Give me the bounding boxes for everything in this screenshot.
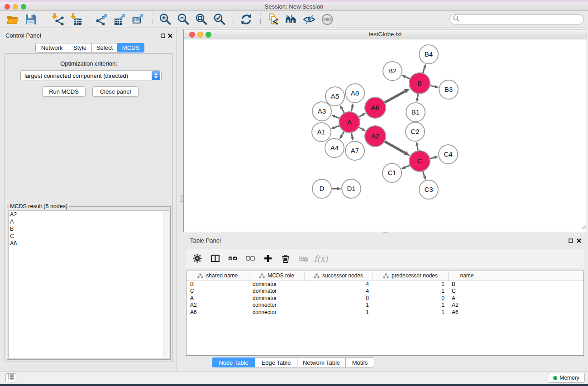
table-cell[interactable]: A6 — [448, 309, 486, 316]
save-icon[interactable] — [23, 12, 39, 27]
edge-C-C2[interactable] — [417, 146, 418, 151]
graph-node-D[interactable]: D — [312, 179, 331, 198]
edge-B-B3[interactable] — [430, 86, 435, 86]
close-panel-icon[interactable] — [167, 33, 173, 38]
table-cell[interactable]: 4 — [304, 288, 373, 295]
table-cell[interactable]: 8 — [304, 295, 373, 302]
tab-select[interactable]: Select — [91, 43, 118, 52]
tab-node-table[interactable]: Node Table — [212, 357, 255, 367]
table-cell[interactable]: dominator — [249, 288, 304, 295]
resize-grip-icon[interactable] — [581, 223, 586, 231]
table-cell[interactable]: connector — [249, 309, 304, 316]
edge-A-A8[interactable] — [351, 107, 352, 112]
edge-A-A6[interactable] — [359, 115, 362, 117]
close-table-panel-icon[interactable] — [576, 238, 582, 243]
tab-style[interactable]: Style — [68, 43, 92, 52]
graph-node-C[interactable]: C — [409, 151, 430, 172]
table-row[interactable]: Adominator80A — [186, 295, 583, 302]
edge-A-A1[interactable] — [335, 126, 339, 128]
edge-A-A7[interactable] — [352, 133, 353, 137]
table-cell[interactable]: B — [448, 281, 486, 288]
column-browser-icon[interactable] — [208, 252, 222, 265]
table-cell[interactable]: B — [186, 281, 249, 288]
zoom-in-icon[interactable] — [157, 12, 173, 27]
add-column-icon[interactable] — [261, 252, 275, 265]
table-cell[interactable]: 4 — [304, 281, 373, 288]
tab-network-table[interactable]: Network Table — [297, 357, 346, 367]
table-cell[interactable]: A — [186, 295, 249, 302]
export-image-icon[interactable] — [130, 12, 147, 27]
graph-node-A8[interactable]: A8 — [345, 84, 364, 103]
table-cell[interactable]: 1 — [373, 281, 448, 288]
graph-node-C1[interactable]: C1 — [382, 163, 402, 182]
table-cell[interactable]: dominator — [249, 295, 304, 302]
show-hidden-icon[interactable] — [319, 12, 335, 27]
graph-node-C2[interactable]: C2 — [406, 122, 425, 141]
gear-icon[interactable] — [191, 252, 204, 265]
graph-node-D1[interactable]: D1 — [342, 179, 361, 198]
deselect-all-columns-icon[interactable] — [244, 252, 257, 265]
import-table-icon[interactable] — [67, 12, 84, 27]
column-header-successor-nodes[interactable]: successor nodes — [304, 271, 373, 281]
tab-edge-table[interactable]: Edge Table — [255, 357, 297, 367]
table-cell[interactable]: C — [448, 288, 486, 295]
result-list-scrollbar[interactable] — [163, 211, 169, 358]
table-cell[interactable]: 1 — [304, 302, 373, 309]
tab-motifs[interactable]: Motifs — [345, 357, 374, 367]
memory-button[interactable]: Memory — [548, 373, 585, 383]
edge-C-C4[interactable] — [430, 157, 435, 158]
zoom-selected-icon[interactable] — [211, 12, 228, 27]
edge-C-C3[interactable] — [423, 172, 424, 176]
edge-A-A3[interactable] — [335, 116, 339, 118]
mcds-result-item[interactable]: A6 — [9, 240, 169, 247]
import-network-icon[interactable] — [49, 12, 66, 27]
edge-A-A5[interactable] — [342, 109, 344, 113]
network-canvas[interactable]: AA1A2A3A4A5A6A7A8BB1B2B3B4CC1C2C3C4DD1 — [184, 39, 587, 232]
table-cell[interactable]: dominator — [249, 281, 304, 288]
zoom-out-icon[interactable] — [175, 12, 191, 27]
table-cell[interactable]: 1 — [373, 288, 448, 295]
tab-mcds[interactable]: MCDS — [117, 43, 144, 52]
graph-node-A3[interactable]: A3 — [312, 102, 331, 121]
graph-node-B1[interactable]: B1 — [406, 103, 425, 122]
hide-selected-icon[interactable] — [301, 12, 317, 27]
table-cell[interactable]: A2 — [186, 302, 249, 309]
graph-node-B[interactable]: B — [409, 73, 430, 94]
graph-node-A1[interactable]: A1 — [312, 123, 331, 142]
tab-network[interactable]: Network — [35, 43, 68, 52]
close-panel-button[interactable]: Close panel — [92, 86, 139, 97]
edge-A-A4[interactable] — [342, 132, 344, 136]
graph-node-B3[interactable]: B3 — [439, 80, 458, 99]
edge-B-B4[interactable] — [423, 68, 425, 73]
edge-C-C1[interactable] — [405, 165, 410, 167]
edge-A-A2[interactable] — [359, 128, 362, 129]
edge-B-B2[interactable] — [405, 77, 410, 79]
new-network-from-selection-icon[interactable] — [283, 12, 299, 27]
column-header-shared-name[interactable]: shared name — [186, 271, 249, 281]
table-cell[interactable]: 0 — [373, 295, 448, 302]
graph-node-A5[interactable]: A5 — [325, 87, 344, 106]
table-row[interactable]: A2connector11A2 — [186, 302, 583, 309]
table-cell[interactable]: C — [186, 288, 249, 295]
mcds-result-item[interactable]: A — [9, 218, 169, 225]
graph-node-B2[interactable]: B2 — [383, 62, 402, 81]
table-cell[interactable]: 1 — [304, 309, 373, 316]
criterion-dropdown[interactable]: largest connected component (directed) — [20, 70, 162, 81]
graph-node-A[interactable]: A — [339, 112, 360, 133]
mcds-result-item[interactable]: A2 — [9, 211, 169, 218]
edge-B-B1[interactable] — [417, 94, 418, 99]
graph-node-B4[interactable]: B4 — [419, 45, 438, 64]
column-header-predecessor-nodes[interactable]: predecessor nodes — [373, 271, 448, 281]
column-header-name[interactable]: name — [448, 271, 486, 281]
float-panel-icon[interactable] — [160, 33, 166, 38]
export-table-icon[interactable] — [112, 12, 129, 27]
table-cell[interactable]: 1 — [373, 302, 448, 309]
graph-node-A4[interactable]: A4 — [325, 138, 344, 157]
table-row[interactable]: Cdominator41C — [186, 288, 583, 295]
search-input[interactable] — [460, 15, 583, 24]
graph-node-A2[interactable]: A2 — [365, 126, 386, 147]
table-row[interactable]: Bdominator41B — [186, 281, 583, 288]
zoom-fit-icon[interactable] — [193, 12, 210, 27]
edge-A6-B[interactable] — [385, 91, 405, 103]
delete-column-icon[interactable] — [279, 252, 292, 265]
